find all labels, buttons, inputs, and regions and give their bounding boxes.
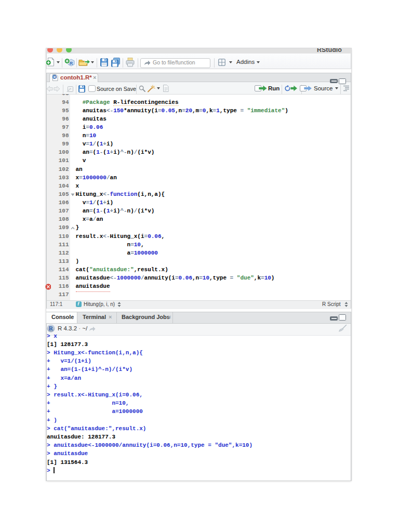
svg-text:R: R [70,61,73,66]
svg-text:R: R [54,75,56,79]
svg-text:R: R [49,325,54,331]
